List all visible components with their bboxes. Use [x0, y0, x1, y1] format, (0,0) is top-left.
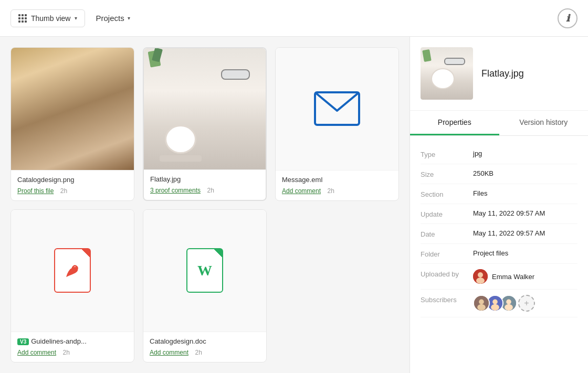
word-icon: W: [186, 248, 223, 293]
file-card-footer: V3Guidelines-andp... Add comment 2h: [11, 332, 134, 362]
right-panel: Flatlay.jpg Properties Version history T…: [410, 37, 588, 373]
proof-file-action[interactable]: Proof this file: [17, 187, 54, 195]
add-comment-action[interactable]: Add comment: [282, 187, 321, 195]
thumb-view-button[interactable]: Thumb view ▾: [10, 9, 85, 27]
file-thumbnail-message-eml: [276, 48, 398, 170]
panel-preview-thumbnail: [421, 47, 473, 100]
email-icon-container: [276, 48, 398, 170]
file-thumbnail-catalogdesign-doc: W: [143, 210, 266, 332]
file-grid: Catalogdesign.png Proof this file 2h: [0, 37, 410, 373]
prop-folder-label: Folder: [421, 249, 473, 258]
file-thumbnail-guidelines-pdf: [11, 210, 134, 332]
acrobat-fold: [81, 249, 90, 258]
prop-update-value: May 11, 2022 09:57 AM: [473, 209, 578, 217]
prop-size-label: Size: [421, 169, 473, 178]
subscriber-avatar-1: [473, 295, 490, 312]
svg-point-5: [479, 300, 484, 305]
file-card-guidelines-pdf[interactable]: V3Guidelines-andp... Add comment 2h: [10, 209, 134, 363]
thumb-view-label: Thumb view: [31, 14, 70, 23]
header: Thumb view ▾ Projects ▾ ℹ: [0, 0, 588, 37]
svg-point-11: [506, 300, 511, 305]
main-area: Catalogdesign.png Proof this file 2h: [0, 37, 588, 373]
tab-version-history[interactable]: Version history: [499, 111, 589, 135]
file-name: Flatlay.jpg: [150, 175, 259, 183]
file-thumbnail-flatlay-jpg: [144, 48, 266, 169]
file-card-footer: Flatlay.jpg 3 proof comments 2h: [144, 169, 266, 200]
prop-uploaded-value: Emma Walker: [473, 269, 578, 284]
prop-date: Date May 11, 2022 09:57 AM: [421, 224, 578, 244]
prop-update: Update May 11, 2022 09:57 AM: [421, 204, 578, 224]
panel-tabs: Properties Version history: [410, 111, 588, 136]
info-icon: ℹ: [566, 13, 570, 24]
prop-update-label: Update: [421, 209, 473, 218]
panel-preview: Flatlay.jpg: [410, 37, 588, 111]
word-symbol: W: [197, 262, 212, 279]
prop-subscribers-label: Subscribers: [421, 295, 473, 304]
grid-icon: [18, 14, 27, 23]
prop-subscribers-value: +: [473, 295, 578, 312]
svg-point-8: [492, 300, 498, 305]
subscribers-avatars: +: [473, 295, 578, 312]
word-icon-container: W: [186, 218, 223, 323]
file-card-flatlay-jpg[interactable]: Flatlay.jpg 3 proof comments 2h: [143, 47, 267, 201]
file-name: Catalogdesign.png: [17, 176, 128, 184]
info-button[interactable]: ℹ: [558, 8, 578, 28]
svg-point-9: [491, 304, 499, 311]
svg-point-3: [476, 278, 485, 284]
svg-point-6: [477, 304, 486, 311]
prop-size-value: 250KB: [473, 169, 578, 177]
projects-chevron-icon: ▾: [128, 15, 130, 21]
file-card-message-eml[interactable]: Message.eml Add comment 2h: [275, 47, 399, 201]
svg-point-12: [505, 304, 513, 311]
tab-properties[interactable]: Properties: [410, 111, 499, 135]
prop-date-value: May 11, 2022 09:57 AM: [473, 229, 578, 237]
acrobat-symbol: [62, 260, 83, 281]
projects-label: Projects: [96, 14, 124, 23]
add-comment-action[interactable]: Add comment: [17, 349, 56, 356]
prop-type: Type jpg: [421, 144, 578, 164]
file-time: 2h: [195, 349, 202, 356]
file-time: 2h: [60, 187, 67, 195]
svg-point-2: [478, 272, 483, 278]
chevron-down-icon: ▾: [75, 15, 77, 21]
uploader-name: Emma Walker: [492, 273, 534, 281]
panel-properties: Type jpg Size 250KB Section Files Update…: [410, 136, 588, 373]
file-time: 2h: [328, 187, 334, 195]
projects-button[interactable]: Projects ▾: [96, 14, 130, 23]
file-time: 2h: [207, 187, 214, 194]
prop-type-label: Type: [421, 150, 473, 158]
file-card-footer: Message.eml Add comment 2h: [276, 170, 398, 200]
file-card-catalogdesign-png[interactable]: Catalogdesign.png Proof this file 2h: [10, 47, 134, 201]
uploader-avatar-image: [473, 269, 488, 284]
prop-type-value: jpg: [473, 150, 578, 157]
uploader-container: Emma Walker: [473, 269, 578, 284]
prop-folder-value: Project files: [473, 249, 578, 257]
email-icon: [313, 91, 361, 126]
prop-uploaded-by: Uploaded by Emma Walker: [421, 264, 578, 290]
add-comment-action[interactable]: Add comment: [150, 349, 188, 356]
prop-uploaded-label: Uploaded by: [421, 269, 473, 278]
add-subscriber-button[interactable]: +: [518, 295, 535, 312]
file-name: Message.eml: [282, 176, 392, 184]
file-card-footer: Catalogdesign.png Proof this file 2h: [11, 170, 134, 200]
prop-section-label: Section: [421, 189, 473, 198]
file-card-catalogdesign-doc[interactable]: W Catalogdesign.doc Add comment 2h: [143, 209, 267, 363]
word-fold: [214, 249, 222, 258]
file-time: 2h: [63, 349, 70, 356]
file-name: V3Guidelines-andp...: [17, 337, 128, 345]
prop-size: Size 250KB: [421, 164, 578, 184]
prop-section: Section Files: [421, 184, 578, 204]
prop-subscribers: Subscribers: [421, 290, 578, 317]
uploader-avatar: [473, 269, 488, 284]
file-name: Catalogdesign.doc: [150, 337, 260, 345]
file-thumbnail-catalogdesign-png: [11, 48, 134, 170]
acrobat-icon: [54, 248, 91, 293]
prop-date-label: Date: [421, 229, 473, 238]
v3-badge: V3: [17, 338, 29, 345]
prop-section-value: Files: [473, 189, 578, 197]
prop-folder: Folder Project files: [421, 244, 578, 264]
pdf-acrobat-icon-container: [54, 218, 91, 323]
file-card-footer: Catalogdesign.doc Add comment 2h: [143, 332, 266, 362]
panel-filename: Flatlay.jpg: [481, 68, 524, 79]
proof-comments-action[interactable]: 3 proof comments: [150, 187, 201, 194]
